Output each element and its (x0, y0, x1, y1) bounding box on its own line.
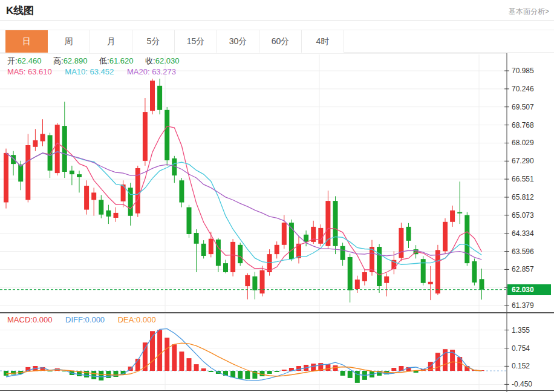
svg-text:-0.450: -0.450 (512, 380, 532, 388)
tab-30min[interactable]: 30分 (217, 30, 259, 53)
svg-text:69.507: 69.507 (512, 103, 534, 111)
ma-readout: MA5: 63.610 MA10: 63.452 MA20: 63.273 (7, 67, 176, 76)
low-label: 低: (99, 56, 109, 65)
header-divider (0, 20, 554, 21)
period-tabbar: 日 周 月 5分 15分 30分 60分 4时 (0, 30, 554, 53)
ma5-value: 63.610 (28, 67, 52, 76)
svg-text:1.355: 1.355 (512, 326, 530, 335)
macd-chart-area[interactable]: 1.3550.7540.152-0.450 (0, 313, 554, 392)
macd-readout: MACD:0.000 DIFF:0.000 DEA:0.000 (7, 315, 156, 324)
main-chart-area[interactable]: 70.98570.24669.50768.76868.02967.29066.5… (0, 53, 554, 313)
svg-text:0.152: 0.152 (512, 362, 530, 370)
open-label: 开: (7, 56, 18, 65)
low-value: 61.620 (109, 56, 134, 65)
tab-day[interactable]: 日 (5, 30, 48, 53)
fundamental-analysis-link[interactable]: 基本面分析> (509, 7, 549, 17)
tab-week[interactable]: 周 (48, 30, 90, 53)
page-title: K线图 (6, 4, 34, 18)
svg-text:68.768: 68.768 (512, 121, 534, 129)
macd-value: 0.000 (33, 315, 53, 324)
dea-value-readout: DEA:0.000 (118, 315, 156, 324)
svg-text:61.379: 61.379 (512, 301, 534, 310)
diff-value-readout: DIFF:0.000 (65, 315, 105, 324)
svg-text:70.246: 70.246 (512, 85, 534, 93)
close-value: 62.030 (155, 56, 180, 65)
ohlc-readout: 开:62.460 高:62.890 低:61.620 收:62.030 (7, 56, 189, 67)
ma10-value: 63.452 (90, 67, 114, 76)
ma5-readout: MA5: 63.610 (7, 67, 52, 76)
open-value: 62.460 (18, 56, 42, 65)
svg-text:64.334: 64.334 (512, 229, 534, 238)
high-label: 高: (53, 56, 64, 65)
macd-label: MACD: (7, 315, 33, 324)
tab-5min[interactable]: 5分 (132, 30, 175, 53)
macd-chart[interactable]: 1.3550.7540.152-0.450 (0, 313, 554, 392)
svg-text:68.029: 68.029 (512, 139, 534, 147)
ma20-value: 63.273 (152, 67, 176, 76)
dea-label: DEA: (118, 315, 136, 324)
close-label: 收: (145, 56, 155, 65)
ma20-label: MA20: (127, 67, 152, 76)
ma20-readout: MA20: 63.273 (127, 67, 176, 76)
tab-15min[interactable]: 15分 (175, 30, 217, 53)
svg-text:63.596: 63.596 (512, 247, 534, 256)
diff-value: 0.000 (85, 315, 105, 324)
tab-60min[interactable]: 60分 (259, 30, 302, 53)
tab-month[interactable]: 月 (90, 30, 132, 53)
kline-page: K线图 基本面分析> 日 周 月 5分 15分 30分 60分 4时 70.98… (0, 0, 554, 392)
svg-text:65.812: 65.812 (512, 193, 534, 201)
svg-text:0.754: 0.754 (512, 344, 530, 353)
dea-value: 0.000 (136, 315, 156, 324)
high-value: 62.890 (64, 56, 88, 65)
ma10-label: MA10: (65, 67, 90, 76)
ma10-readout: MA10: 63.452 (65, 67, 114, 76)
period-tabs: 日 周 月 5分 15分 30分 60分 4时 (5, 30, 344, 53)
candlestick-chart[interactable]: 70.98570.24669.50768.76868.02967.29066.5… (0, 53, 554, 313)
svg-text:70.985: 70.985 (512, 67, 534, 75)
diff-label: DIFF: (65, 315, 85, 324)
svg-text:62.857: 62.857 (512, 265, 534, 273)
current-price-badge: 62.030 (507, 284, 551, 295)
macd-value-readout: MACD:0.000 (7, 315, 52, 324)
ma5-label: MA5: (7, 67, 28, 76)
svg-text:66.551: 66.551 (512, 175, 534, 183)
tab-4hour[interactable]: 4时 (302, 30, 344, 53)
svg-text:67.290: 67.290 (512, 157, 534, 165)
svg-text:65.073: 65.073 (512, 211, 534, 220)
